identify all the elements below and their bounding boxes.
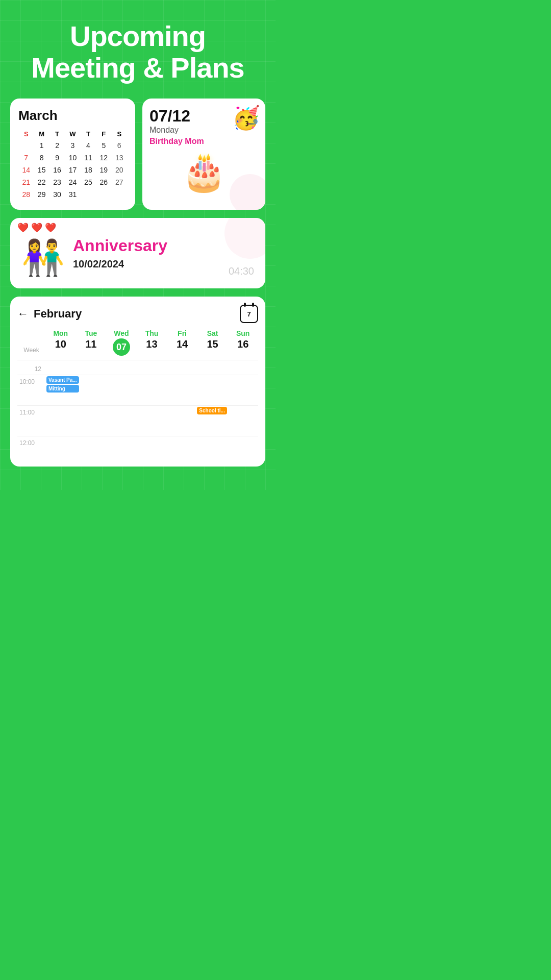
anniversary-date: 10/02/2024 bbox=[73, 258, 254, 270]
time-slot-thu-1200 bbox=[137, 436, 167, 467]
anniversary-time: 04:30 bbox=[229, 265, 254, 277]
week-col-wed[interactable]: Wed 07 bbox=[106, 329, 137, 356]
event-vasant-pa[interactable]: Vasant Pa... bbox=[46, 376, 79, 384]
time-slot-wed-1100 bbox=[106, 405, 136, 436]
cal-day: 16 bbox=[49, 164, 65, 176]
time-slot-mon-1100 bbox=[45, 405, 76, 436]
time-row-1000: 10:00 Vasant Pa... Mitting bbox=[17, 375, 258, 405]
time-slot-thu-1100 bbox=[136, 405, 166, 436]
cal-day: 14 bbox=[18, 164, 34, 176]
time-slot-sat-1100: School ti... bbox=[196, 405, 228, 436]
cal-day: 30 bbox=[49, 188, 65, 201]
time-slot-wed-1200 bbox=[106, 436, 137, 467]
week-col-tue[interactable]: Tue 11 bbox=[76, 329, 107, 356]
time-slot-tue-1200 bbox=[76, 436, 107, 467]
cal-day: 13 bbox=[112, 152, 127, 164]
week-col-thu[interactable]: Thu 13 bbox=[137, 329, 167, 356]
page-title-line1: Upcoming bbox=[10, 20, 265, 52]
week-col-sun[interactable]: Sun 16 bbox=[228, 329, 258, 356]
cal-day: 26 bbox=[96, 176, 111, 188]
cal-day: 6 bbox=[112, 139, 127, 152]
cal-day bbox=[96, 188, 111, 201]
time-slot-sat-1200 bbox=[197, 436, 228, 467]
cal-day: 18 bbox=[81, 164, 96, 176]
event-mitting[interactable]: Mitting bbox=[46, 385, 79, 393]
anniversary-card: ❤️ ❤️ ❤️ 👫 Anniversary 10/02/2024 04:30 bbox=[10, 218, 265, 288]
time-label-1000: 10:00 bbox=[17, 375, 45, 405]
cal-day: 8 bbox=[34, 152, 49, 164]
cal-day: 21 bbox=[18, 176, 34, 188]
cal-header-fri: F bbox=[96, 129, 111, 139]
cal-day: 19 bbox=[96, 164, 111, 176]
week-header: ← February 7 bbox=[17, 305, 258, 323]
week-number-row: 12 bbox=[17, 360, 258, 375]
cal-day: 22 bbox=[34, 176, 49, 188]
cal-day: 20 bbox=[112, 164, 127, 176]
cal-header-sat: S bbox=[112, 129, 127, 139]
cal-day: 4 bbox=[81, 139, 96, 152]
time-slot-fri-1100 bbox=[166, 405, 196, 436]
time-slot-mon-1200 bbox=[45, 436, 76, 467]
march-calendar-grid: S M T W T F S 12345678910111213141516171… bbox=[18, 129, 127, 201]
event-school-ti[interactable]: School ti... bbox=[197, 407, 227, 414]
cal-day: 23 bbox=[49, 176, 65, 188]
cal-day: 12 bbox=[96, 152, 111, 164]
birthday-card: 🥳 07/12 Monday Birthday Mom 🎂 bbox=[142, 99, 265, 210]
march-title: March bbox=[18, 108, 127, 124]
cal-day: 28 bbox=[18, 188, 34, 201]
cal-day bbox=[112, 188, 127, 201]
time-label-1200: 12:00 bbox=[17, 436, 45, 467]
time-slot-mon-1000: Vasant Pa... Mitting bbox=[45, 375, 80, 405]
cal-day: 2 bbox=[49, 139, 65, 152]
week-day-name-thu: Thu bbox=[137, 329, 167, 337]
cal-day: 17 bbox=[65, 164, 80, 176]
week-day-name-fri: Fri bbox=[167, 329, 197, 337]
week-col-fri[interactable]: Fri 14 bbox=[167, 329, 197, 356]
anniversary-hearts-icon: ❤️ ❤️ ❤️ bbox=[17, 222, 56, 233]
week-col-mon[interactable]: Mon 10 bbox=[45, 329, 76, 356]
cal-day: 24 bbox=[65, 176, 80, 188]
week-day-name-sat: Sat bbox=[197, 329, 228, 337]
week-day-num-sat: 15 bbox=[197, 338, 228, 350]
week-day-num-mon: 10 bbox=[45, 338, 76, 350]
time-slot-sun-1200 bbox=[228, 436, 258, 467]
week-label-text: Week bbox=[17, 342, 45, 354]
time-slot-sun-1000 bbox=[229, 375, 258, 405]
back-button[interactable]: ← bbox=[17, 307, 29, 321]
cal-day: 29 bbox=[34, 188, 49, 201]
week-month-title: February bbox=[34, 307, 240, 321]
cal-day: 9 bbox=[49, 152, 65, 164]
cal-day: 3 bbox=[65, 139, 80, 152]
cal-day: 31 bbox=[65, 188, 80, 201]
week-col-sat[interactable]: Sat 15 bbox=[197, 329, 228, 356]
cal-day: 10 bbox=[65, 152, 80, 164]
cal-day: 15 bbox=[34, 164, 49, 176]
time-slot-tue-1100 bbox=[76, 405, 106, 436]
week-number-label: 12 bbox=[17, 362, 45, 373]
page-header: Upcoming Meeting & Plans bbox=[10, 20, 265, 83]
week-day-num-wed-selected: 07 bbox=[113, 338, 130, 356]
cal-day: 27 bbox=[112, 176, 127, 188]
week-label-header: Week bbox=[17, 329, 45, 356]
cal-header-wed: W bbox=[65, 129, 80, 139]
birthday-label: Birthday Mom bbox=[149, 137, 258, 146]
time-slot-sat-1000 bbox=[199, 375, 229, 405]
week-day-num-fri: 14 bbox=[167, 338, 197, 350]
calendar-icon[interactable]: 7 bbox=[240, 305, 258, 323]
time-row-1200: 12:00 bbox=[17, 436, 258, 467]
couple-emoji-icon: 👫 bbox=[21, 237, 65, 278]
party-emoji-icon: 🥳 bbox=[232, 105, 260, 131]
week-day-name-sun: Sun bbox=[228, 329, 258, 337]
time-slot-fri-1000 bbox=[169, 375, 198, 405]
cal-day: 25 bbox=[81, 176, 96, 188]
march-calendar-card: March S M T W T F S 12345678910111213141… bbox=[10, 99, 135, 210]
time-row-1100: 11:00 School ti... bbox=[17, 405, 258, 436]
cal-day: 7 bbox=[18, 152, 34, 164]
week-day-name-mon: Mon bbox=[45, 329, 76, 337]
week-day-name-wed: Wed bbox=[106, 329, 137, 337]
cal-header-thu: T bbox=[81, 129, 96, 139]
cal-day: 5 bbox=[96, 139, 111, 152]
cal-header-tue: T bbox=[49, 129, 65, 139]
week-day-num-thu: 13 bbox=[137, 338, 167, 350]
time-label-1100: 11:00 bbox=[17, 405, 45, 436]
